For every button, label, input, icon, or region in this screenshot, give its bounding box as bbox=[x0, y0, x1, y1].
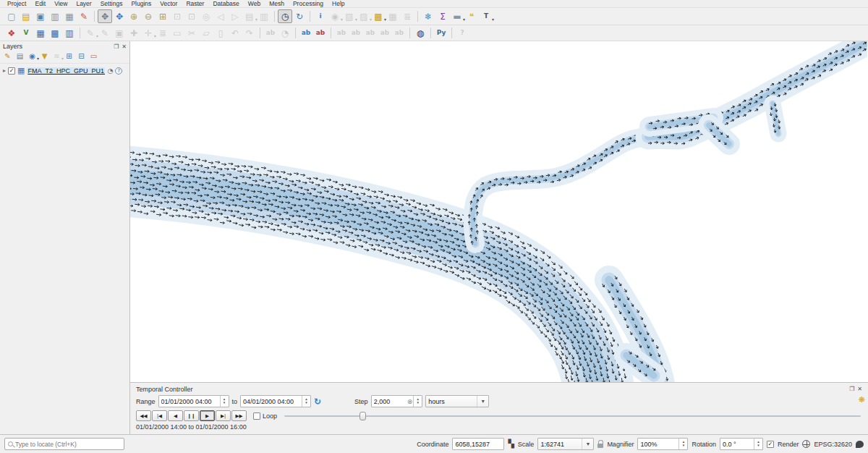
skip-to-end-button[interactable]: ▶| bbox=[216, 410, 231, 421]
new-project-button[interactable]: ▢ bbox=[4, 9, 19, 23]
rotation-spinner[interactable]: ▲▼ bbox=[754, 439, 762, 449]
filter-legend-button[interactable]: ▼ bbox=[38, 51, 51, 62]
menu-plugins[interactable]: Plugins bbox=[127, 0, 156, 7]
step-input[interactable] bbox=[372, 397, 407, 406]
messages-bubble-icon[interactable] bbox=[856, 441, 864, 448]
zoom-out-button[interactable]: ⊖ bbox=[141, 9, 156, 23]
open-layer-styling-button[interactable]: ✎ bbox=[1, 51, 14, 62]
menu-database[interactable]: Database bbox=[208, 0, 243, 7]
layer-visibility-checkbox[interactable]: ✓ bbox=[8, 67, 15, 75]
layer-name[interactable]: FMA_T2_HPC_GPU_PU1_10 bbox=[27, 67, 105, 75]
pin-labels-button[interactable]: ab bbox=[299, 26, 313, 40]
step-unit-combo[interactable]: hours ▼ bbox=[425, 395, 489, 407]
show-layout-manager-button[interactable]: ▦ bbox=[62, 9, 77, 23]
layers-panel-float-icon[interactable]: ❐ bbox=[114, 43, 119, 50]
add-vector-layer-button[interactable]: V bbox=[19, 26, 33, 40]
temporal-panel-float-icon[interactable]: ❐ bbox=[849, 386, 854, 392]
menu-settings[interactable]: Settings bbox=[96, 0, 127, 7]
toggle-extents-icon[interactable]: ▚ bbox=[508, 439, 514, 449]
measure-line-button[interactable]: ▬▾ bbox=[450, 9, 464, 23]
menu-vector[interactable]: Vector bbox=[156, 0, 182, 7]
add-mesh-layer-button[interactable]: ▩ bbox=[48, 26, 62, 40]
magnifier-spinner[interactable]: ▲▼ bbox=[678, 439, 687, 449]
menu-mesh[interactable]: Mesh bbox=[265, 0, 289, 7]
open-project-button[interactable]: ▤ bbox=[19, 9, 33, 23]
layer-item[interactable]: ▸ ✓ ▦ FMA_T2_HPC_GPU_PU1_10 ◔ ? bbox=[0, 64, 129, 77]
menu-web[interactable]: Web bbox=[244, 0, 265, 7]
render-checkbox[interactable]: ✓ bbox=[767, 441, 774, 448]
add-group-button[interactable]: ▤ bbox=[14, 51, 26, 62]
temporal-slider-track[interactable] bbox=[284, 415, 861, 417]
step-spinner[interactable]: ▲▼ bbox=[413, 396, 422, 407]
crs-code[interactable]: EPSG:32620 bbox=[814, 441, 852, 448]
new-print-layout-button[interactable]: ▥ bbox=[48, 9, 62, 23]
locator-input[interactable] bbox=[15, 441, 121, 448]
temporal-slider-handle[interactable] bbox=[359, 412, 366, 420]
magnifier-field[interactable]: ▲▼ bbox=[637, 438, 688, 450]
map-canvas[interactable] bbox=[130, 41, 868, 382]
step-field[interactable]: ⊗ ▲▼ bbox=[371, 395, 423, 407]
menu-raster[interactable]: Raster bbox=[182, 0, 208, 7]
add-raster-layer-button[interactable]: ▦ bbox=[33, 26, 48, 40]
range-start-field[interactable]: ▲▼ bbox=[158, 395, 229, 407]
layer-expand-arrow[interactable]: ▸ bbox=[3, 67, 6, 74]
rotation-input[interactable] bbox=[720, 439, 754, 449]
add-delimited-text-layer-button[interactable]: ▥ bbox=[62, 26, 77, 40]
python-console-button[interactable]: Py bbox=[434, 26, 448, 40]
map-tips-button[interactable]: ❝ bbox=[464, 9, 479, 23]
rotation-field[interactable]: ▲▼ bbox=[720, 438, 763, 450]
play-button[interactable]: ▶ bbox=[200, 410, 215, 421]
collapse-all-button[interactable]: ⊟ bbox=[75, 51, 88, 62]
menu-edit[interactable]: Edit bbox=[30, 0, 50, 7]
step-clear-icon[interactable]: ⊗ bbox=[407, 398, 414, 405]
step-back-button[interactable]: ◀ bbox=[168, 410, 183, 421]
layers-panel-close-icon[interactable]: ✕ bbox=[122, 43, 127, 50]
range-end-spinner[interactable]: ▲▼ bbox=[302, 396, 310, 407]
data-source-manager-button[interactable]: ❖ bbox=[4, 26, 19, 40]
locator-box[interactable] bbox=[4, 438, 124, 450]
remove-layer-button[interactable]: ▭ bbox=[88, 51, 100, 62]
temporal-slider[interactable] bbox=[284, 411, 861, 421]
text-annotation-button[interactable]: T▾ bbox=[479, 9, 493, 23]
expand-all-button[interactable]: ⊞ bbox=[63, 51, 75, 62]
loop-checkbox[interactable] bbox=[253, 412, 260, 420]
zoom-full-button[interactable]: ⊞ bbox=[156, 9, 170, 23]
measure-line-icon: ▬ bbox=[453, 12, 461, 21]
style-manager-button[interactable]: ✎ bbox=[77, 9, 91, 23]
skip-to-start-button[interactable]: |◀ bbox=[152, 410, 167, 421]
identify-features-button[interactable]: i bbox=[313, 9, 328, 23]
scale-combo[interactable]: 1:62741 ▼ bbox=[537, 438, 594, 450]
new-spatial-bookmark-button: ▤▾ bbox=[242, 9, 257, 23]
save-project-button[interactable]: ▣ bbox=[33, 9, 48, 23]
range-start-input[interactable] bbox=[159, 397, 220, 406]
menu-help[interactable]: Help bbox=[328, 0, 349, 7]
select-by-value-button[interactable]: ▩▾ bbox=[371, 9, 386, 23]
menu-view[interactable]: View bbox=[50, 0, 72, 7]
rewind-button[interactable]: ◀◀ bbox=[136, 410, 151, 421]
scale-lock-icon[interactable] bbox=[597, 444, 603, 448]
menu-layer[interactable]: Layer bbox=[72, 0, 95, 7]
range-start-spinner[interactable]: ▲▼ bbox=[220, 396, 229, 407]
hide-show-labels-button[interactable]: ab bbox=[313, 26, 328, 40]
temporal-panel-close-icon[interactable]: ✕ bbox=[857, 386, 862, 392]
zoom-in-button[interactable]: ⊕ bbox=[127, 9, 141, 23]
freeze-canvas-button[interactable]: ❄ bbox=[421, 9, 435, 23]
crs-globe-icon[interactable] bbox=[802, 440, 810, 448]
coordinate-value[interactable]: 6058,15287 bbox=[452, 438, 504, 450]
magnifier-input[interactable] bbox=[638, 439, 678, 449]
pan-to-selection-button[interactable]: ✥ bbox=[112, 9, 127, 23]
metasearch-button[interactable]: ◍ bbox=[413, 26, 427, 40]
statistical-summary-button[interactable]: Σ bbox=[435, 9, 450, 23]
pause-button[interactable]: ❙❙ bbox=[184, 410, 199, 421]
temporal-settings-gear-icon[interactable]: ❋ bbox=[859, 395, 865, 405]
pan-map-button[interactable]: ✥ bbox=[98, 9, 112, 23]
temporal-controller-button[interactable]: ◷ bbox=[278, 9, 292, 23]
manage-map-themes-button[interactable]: ◉▾ bbox=[26, 51, 38, 62]
fast-forward-button[interactable]: ▶▶ bbox=[231, 410, 247, 421]
menu-project[interactable]: Project bbox=[3, 0, 30, 7]
menu-processing[interactable]: Processing bbox=[289, 0, 328, 7]
range-end-input[interactable] bbox=[241, 397, 302, 406]
range-end-field[interactable]: ▲▼ bbox=[240, 395, 311, 407]
refresh-map-button[interactable]: ↻ bbox=[292, 9, 307, 23]
refresh-temporal-range-icon[interactable]: ↻ bbox=[314, 397, 321, 407]
